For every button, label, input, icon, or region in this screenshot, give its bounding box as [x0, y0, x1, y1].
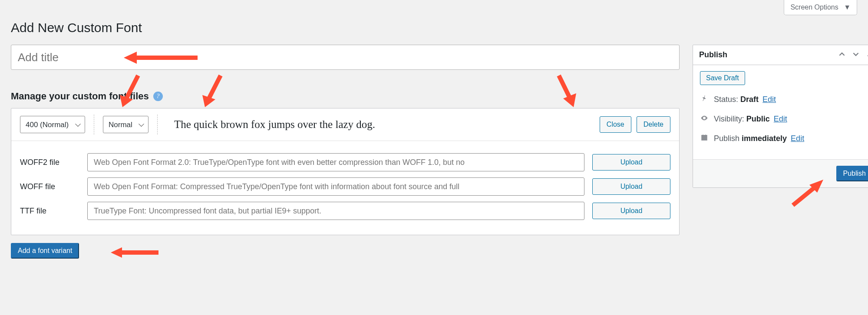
publish-time-edit-link[interactable]: Edit — [791, 134, 804, 143]
font-style-select[interactable]: Normal — [103, 116, 149, 133]
delete-button[interactable]: Delete — [637, 116, 670, 133]
svg-marker-9 — [111, 247, 122, 258]
publish-button[interactable]: Publish — [836, 166, 868, 181]
svg-line-4 — [208, 75, 221, 99]
info-icon[interactable]: ? — [153, 92, 163, 101]
move-up-icon[interactable] — [839, 51, 845, 59]
file-label: TTF file — [20, 207, 87, 216]
visibility-label: Visibility: — [714, 115, 746, 123]
screen-options-button[interactable]: Screen Options ▼ — [784, 0, 857, 15]
add-variant-button[interactable]: Add a font variant — [11, 243, 79, 259]
save-draft-button[interactable]: Save Draft — [700, 71, 745, 85]
divider — [157, 115, 158, 135]
pin-icon — [700, 95, 709, 105]
annotation-arrow-icon — [784, 177, 828, 212]
font-variant-panel: 400 (Normal) Normal The quick brown fox … — [11, 108, 680, 235]
title-input[interactable] — [11, 45, 680, 70]
visibility-value: Public — [746, 115, 770, 123]
svg-line-6 — [559, 75, 570, 98]
annotation-arrow-icon — [111, 245, 163, 260]
font-preview-text: The quick brown fox jumps over the lazy … — [166, 118, 594, 131]
file-label: WOFF file — [20, 182, 87, 191]
publish-time-label: Publish — [714, 134, 742, 143]
publish-box: Publish Save Draft — [693, 45, 868, 188]
svg-line-11 — [793, 186, 817, 205]
caret-down-icon: ▼ — [844, 3, 851, 11]
file-row: TTF file Upload — [20, 202, 670, 220]
font-weight-select[interactable]: 400 (Normal) — [20, 116, 85, 133]
status-label: Status: — [714, 95, 740, 104]
annotation-arrow-icon — [200, 73, 226, 112]
file-label: WOFF2 file — [20, 158, 87, 167]
ttf-path-input[interactable] — [87, 202, 584, 220]
screen-options-label: Screen Options — [790, 3, 838, 11]
file-row: WOFF file Upload — [20, 177, 670, 196]
divider — [94, 115, 94, 135]
publish-time-value: immediately — [742, 134, 787, 143]
eye-icon — [700, 114, 709, 124]
manage-heading: Manage your custom font files — [11, 91, 149, 102]
annotation-arrow-icon — [554, 73, 580, 112]
upload-button[interactable]: Upload — [592, 203, 670, 219]
status-value: Draft — [740, 95, 759, 104]
calendar-icon — [700, 134, 709, 144]
svg-marker-7 — [563, 93, 576, 107]
move-down-icon[interactable] — [853, 51, 859, 59]
publish-box-title: Publish — [699, 50, 727, 59]
visibility-edit-link[interactable]: Edit — [774, 115, 787, 123]
close-button[interactable]: Close — [600, 116, 631, 133]
svg-marker-5 — [202, 95, 215, 107]
woff2-path-input[interactable] — [87, 153, 584, 171]
upload-button[interactable]: Upload — [592, 178, 670, 195]
upload-button[interactable]: Upload — [592, 154, 670, 171]
woff-path-input[interactable] — [87, 177, 584, 196]
status-edit-link[interactable]: Edit — [762, 95, 776, 104]
svg-marker-12 — [809, 180, 823, 193]
page-title: Add New Custom Font — [11, 20, 857, 35]
file-row: WOFF2 file Upload — [20, 153, 670, 171]
